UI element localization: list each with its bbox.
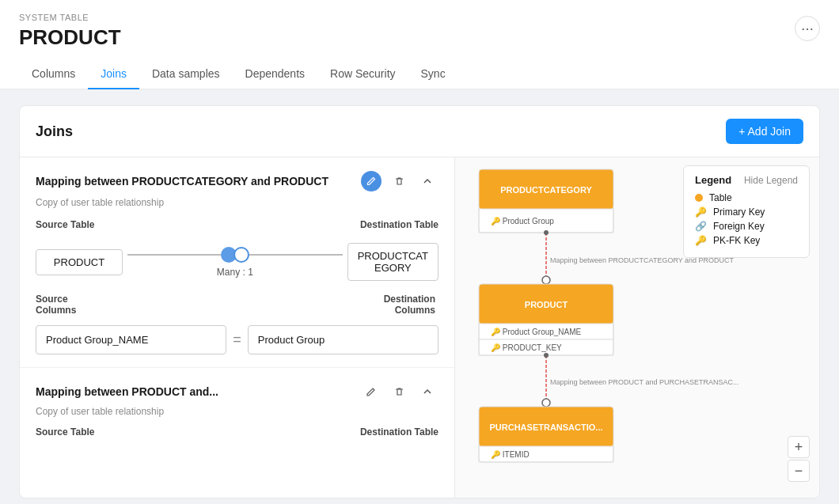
mapping-2-collapse-button[interactable] [416,381,438,403]
mapping-1-header: Mapping between PRODUCTCATEGORY and PROD… [36,170,438,192]
source-table-box: PRODUCT [36,249,123,275]
source-column-value: Product Group_NAME [36,325,226,354]
page-title: PRODUCT [19,25,820,50]
joins-body: Mapping between PRODUCTCATEGORY and PROD… [20,157,819,498]
chevron-up-icon [423,176,432,186]
product-field-2: 🔑 PRODUCT_KEY [491,343,562,353]
edit-icon-2 [366,387,376,397]
conn-1-dot-top [544,230,549,235]
dest-table-box: PRODUCTCATEGORY [347,243,438,281]
joins-panel: Joins + Add Join Mapping between PRODUCT… [19,105,820,498]
legend-title: Legend [695,174,731,186]
conn-1-dot-bottom [542,276,550,284]
tab-bar: Columns Joins Data samples Dependents Ro… [19,59,820,89]
system-table-label: SYSTEM TABLE [19,13,820,22]
tab-data-samples[interactable]: Data samples [139,59,233,89]
legend-item-table: Table [695,192,798,203]
mapping-2-section: Mapping between PRODUCT and... [20,368,454,450]
productcategory-field-1: 🔑 Product Group [491,216,554,226]
tab-columns[interactable]: Columns [19,59,88,89]
mapping-1-subtitle: Copy of user table relationship [36,197,438,208]
tab-dependents[interactable]: Dependents [233,59,318,89]
chevron-up-icon-2 [423,387,432,396]
legend-item-pkfk: 🔑 PK-FK Key [695,235,798,246]
zoom-out-button[interactable]: − [788,460,810,482]
legend-header: Legend Hide Legend [695,174,798,186]
productcategory-node-label: PRODUCTCATEGORY [500,185,592,195]
mapping-1-actions [361,170,438,192]
edit-icon [366,176,376,186]
product-node-label: PRODUCT [525,300,568,309]
diagram-panel: PRODUCTCATEGORY 🔑 Product Group Mapping … [455,157,819,498]
legend-pk-label: Primary Key [713,207,765,218]
legend-item-pk: 🔑 Primary Key [695,207,798,218]
legend-pk-icon: 🔑 [695,207,707,218]
add-join-button[interactable]: + Add Join [726,119,803,144]
tab-sync[interactable]: Sync [408,59,458,89]
zoom-controls: + − [788,436,810,482]
trash-icon [394,176,404,187]
legend-pkfk-label: PK-FK Key [713,235,760,246]
source-table-label: Source Table [36,219,237,230]
dest-columns-label: DestinationColumns [236,294,436,316]
mappings-list: Mapping between PRODUCTCATEGORY and PROD… [20,157,455,498]
conn-2-dot-top [544,353,549,358]
mapping-2-source-label: Source Table [36,426,94,438]
mapping-1-section: Mapping between PRODUCTCATEGORY and PROD… [20,157,454,368]
product-field-1: 🔑 Product Group_NAME [491,327,582,337]
purchasetransaction-node-label: PURCHASETRANSACTIO... [489,423,602,432]
hide-legend-button[interactable]: Hide Legend [744,175,798,186]
mapping-1-title: Mapping between PRODUCTCATEGORY and PROD… [36,175,328,188]
main-content: Joins + Add Join Mapping between PRODUCT… [0,89,839,504]
mapping-1-collapse-button[interactable] [416,170,438,192]
joins-panel-title: Joins [36,123,73,140]
mapping-1-delete-button[interactable] [388,170,410,192]
mapping-2-edit-button[interactable] [359,381,382,403]
source-columns-label: SourceColumns [36,294,236,316]
mapping-2-delete-button[interactable] [388,381,410,403]
legend-dot-icon [695,194,703,202]
tab-row-security[interactable]: Row Security [317,59,408,89]
legend-item-fk: 🔗 Foreign Key [695,221,798,232]
joins-panel-header: Joins + Add Join [20,106,819,157]
mapping-2-subtitle: Copy of user table relationship [36,406,438,417]
legend-table-label: Table [709,192,732,203]
legend-fk-icon: 🔗 [695,221,707,232]
dest-table-label: Destination Table [237,219,439,230]
mapping-1-edit-button[interactable] [361,171,382,191]
more-options-button[interactable]: ⋯ [795,16,820,41]
conn-2-dot-bottom [542,399,550,407]
legend-box: Legend Hide Legend Table 🔑 Primary Key [683,165,810,258]
mapping-2-dest-label: Destination Table [360,426,438,438]
zoom-in-button[interactable]: + [788,436,810,458]
tab-joins[interactable]: Joins [88,59,139,89]
conn-2-label: Mapping between PRODUCT and PURCHASETRAN… [550,378,738,386]
connector-label: Many : 1 [217,267,253,278]
trash-icon-2 [394,387,404,397]
dest-column-value: Product Group [248,325,438,354]
legend-fk-label: Foreign Key [713,221,765,232]
mapping-2-title: Mapping between PRODUCT and... [36,385,218,398]
purchasetransaction-field-1: 🔑 ITEMID [491,449,530,460]
legend-pkfk-icon: 🔑 [695,235,707,246]
equals-sign: = [233,332,241,348]
